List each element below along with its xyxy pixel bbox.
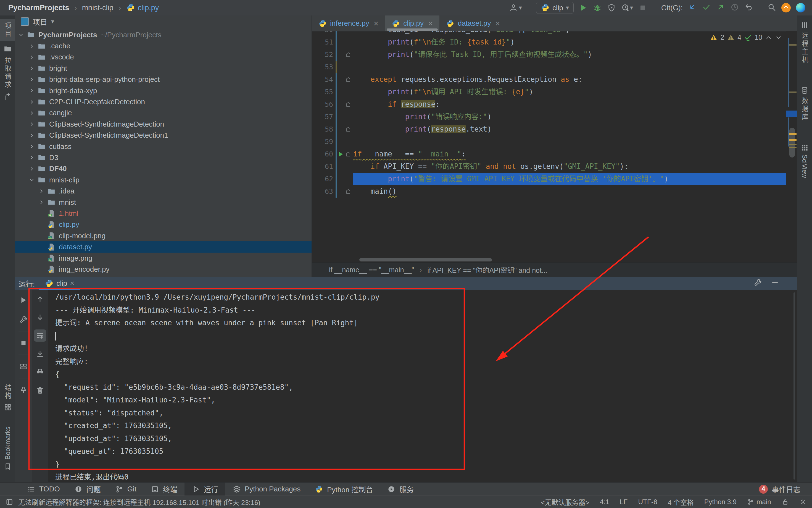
- editor-scroll-marker-column[interactable]: [786, 31, 797, 257]
- breadcrumb-item[interactable]: PycharmProjects: [8, 4, 69, 12]
- tree-item[interactable]: .cache: [15, 40, 312, 51]
- run-button[interactable]: [579, 3, 588, 12]
- settings-button[interactable]: [754, 278, 762, 289]
- tree-item[interactable]: PycharmProjects~/PycharmProjects: [15, 29, 312, 40]
- tree-chevron[interactable]: [37, 188, 46, 194]
- tree-item[interactable]: cutlass: [15, 141, 312, 152]
- tree-item[interactable]: C2P-CLIP-DeepfakeDetection: [15, 96, 312, 107]
- toolwindow-button-服务[interactable]: 服务: [380, 482, 421, 496]
- tree-chevron[interactable]: [28, 99, 36, 105]
- tree-chevron[interactable]: [28, 110, 36, 116]
- toolwindow-button-Python Packages[interactable]: Python Packages: [225, 482, 308, 496]
- fold-marker-icon[interactable]: [345, 101, 351, 108]
- code-area[interactable]: 2410 50task_id = response_data["data"]["…: [312, 31, 797, 257]
- run-console[interactable]: /usr/local/bin/python3.9 /Users/xuyipeng…: [48, 290, 797, 482]
- run-tab[interactable]: clip ×: [42, 277, 77, 290]
- search-everywhere-button[interactable]: [767, 3, 776, 13]
- commit-button[interactable]: [702, 3, 711, 13]
- close-icon[interactable]: ×: [70, 279, 74, 288]
- tree-chevron[interactable]: [28, 43, 36, 49]
- status-item[interactable]: [799, 498, 807, 506]
- print-button[interactable]: [34, 366, 46, 378]
- trash-button[interactable]: [34, 384, 46, 396]
- rerun-button[interactable]: [17, 294, 30, 306]
- tree-chevron[interactable]: [28, 54, 36, 60]
- previous-problem-icon[interactable]: [765, 34, 772, 41]
- status-item-4:1[interactable]: 4:1: [600, 498, 609, 506]
- tree-item[interactable]: clip.py: [15, 219, 312, 230]
- profiler-button[interactable]: ▾: [621, 3, 633, 12]
- push-button[interactable]: [716, 3, 725, 13]
- fold-marker-icon[interactable]: [345, 126, 351, 133]
- update-project-button[interactable]: [688, 3, 697, 13]
- close-icon[interactable]: ×: [374, 19, 379, 28]
- tree-item[interactable]: img_encoder.py: [15, 264, 312, 275]
- fold-marker-icon[interactable]: [345, 76, 351, 83]
- tree-item[interactable]: bright-data-xyp: [15, 85, 312, 96]
- scroll-end-button[interactable]: [34, 348, 46, 360]
- tree-item[interactable]: image.png: [15, 253, 312, 264]
- tree-item[interactable]: H1.html: [15, 208, 312, 219]
- sidebar-item-项目[interactable]: 项目: [0, 19, 15, 41]
- fold-marker-icon[interactable]: [345, 188, 351, 195]
- sidebar-item-数据库[interactable]: 数据库: [800, 86, 810, 121]
- status-message-area[interactable]: 无法刷新远程解释器的框架: 连接到远程主机 192.168.15.101 时出错…: [5, 497, 260, 507]
- tree-item[interactable]: bright: [15, 63, 312, 74]
- run-with-coverage-button[interactable]: [607, 3, 616, 12]
- tree-chevron[interactable]: [28, 121, 36, 127]
- rollback-button[interactable]: [744, 3, 753, 13]
- project-panel-header[interactable]: 项目 ▾: [15, 15, 312, 28]
- scrollbar-thumb[interactable]: [790, 128, 795, 158]
- tree-item[interactable]: ClipBased-SyntheticImageDetection: [15, 119, 312, 130]
- breadcrumb-item[interactable]: if __name__ == "__main__": [329, 266, 414, 274]
- tree-chevron[interactable]: [17, 32, 25, 38]
- tree-item[interactable]: mnist-clip: [15, 174, 312, 185]
- tree-chevron[interactable]: [28, 166, 36, 172]
- status-item-4 个空格[interactable]: 4 个空格: [668, 497, 694, 507]
- tree-chevron[interactable]: [28, 77, 36, 83]
- close-icon[interactable]: ×: [495, 19, 500, 28]
- toolwindow-button-Git[interactable]: Git: [108, 482, 144, 496]
- run-configuration-selector[interactable]: clip▾: [536, 2, 574, 14]
- sidebar-item-拉取请求[interactable]: 拉取请求: [3, 57, 12, 89]
- tree-chevron[interactable]: [28, 65, 36, 71]
- breadcrumb-item[interactable]: mnist-clip: [82, 4, 113, 12]
- tree-chevron[interactable]: [28, 143, 36, 150]
- toolwindow-button-终端[interactable]: 终端: [144, 482, 185, 496]
- close-icon[interactable]: ×: [428, 19, 433, 28]
- tree-item[interactable]: DF40: [15, 163, 312, 174]
- scrollbar-thumb[interactable]: [359, 258, 492, 261]
- next-problem-icon[interactable]: [775, 34, 782, 41]
- minimize-button[interactable]: [771, 278, 779, 289]
- fold-marker-icon[interactable]: [345, 51, 351, 58]
- tree-item[interactable]: .idea: [15, 185, 312, 197]
- debug-button[interactable]: [593, 3, 602, 12]
- status-item-UTF-8[interactable]: UTF-8: [638, 498, 657, 506]
- status-item-<无默认服务器>[interactable]: <无默认服务器>: [541, 497, 589, 507]
- sidebar-item-SciView[interactable]: SciView: [800, 143, 809, 178]
- show-history-button[interactable]: [730, 3, 739, 13]
- toolwindow-button-问题[interactable]: 问题: [67, 482, 108, 496]
- tree-item[interactable]: dataset.py: [15, 241, 312, 252]
- sidebar-item-远程主机[interactable]: 远程主机: [800, 21, 810, 64]
- breadcrumb-item[interactable]: clip.py: [126, 3, 159, 12]
- chevron-down-icon[interactable]: ▾: [51, 18, 54, 25]
- sidebar-item-Bookmarks[interactable]: Bookmarks: [4, 426, 12, 471]
- pin-button[interactable]: [17, 384, 30, 396]
- restore-layout-button[interactable]: [17, 361, 30, 373]
- stop-button[interactable]: [638, 3, 647, 12]
- tree-item[interactable]: .vscode: [15, 52, 312, 63]
- settings-button[interactable]: [17, 313, 30, 326]
- tree-chevron[interactable]: [28, 177, 36, 183]
- sidebar-item[interactable]: [4, 45, 12, 53]
- user-button[interactable]: ▾: [509, 3, 522, 12]
- ai-assistant-button[interactable]: [796, 3, 805, 12]
- toolwindow-button-Python 控制台[interactable]: Python 控制台: [308, 482, 380, 496]
- tree-chevron[interactable]: [28, 132, 36, 138]
- up-button[interactable]: [34, 293, 46, 305]
- editor-breadcrumbs[interactable]: if __name__ == "__main__" › if API_KEY =…: [312, 262, 797, 277]
- sidebar-item[interactable]: [4, 93, 12, 101]
- status-item[interactable]: [781, 498, 789, 506]
- toolwindow-button-运行[interactable]: 运行: [185, 482, 225, 496]
- status-item-Python 3.9[interactable]: Python 3.9: [704, 498, 736, 506]
